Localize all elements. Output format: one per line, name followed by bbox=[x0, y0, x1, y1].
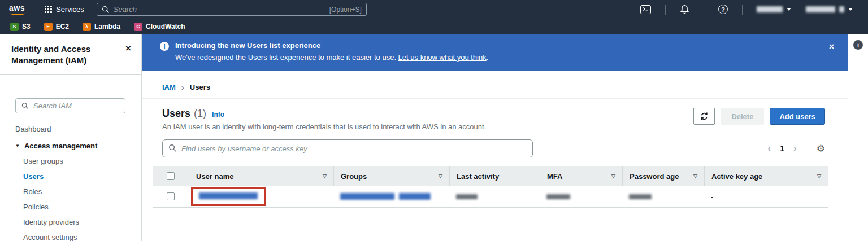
favorite-ec2[interactable]: E EC2 bbox=[44, 23, 69, 31]
cloudshell-button[interactable] bbox=[633, 3, 658, 16]
s3-service-icon: S bbox=[10, 23, 19, 31]
breadcrumb: IAM › Users bbox=[142, 71, 848, 99]
redacted-last-activity bbox=[456, 194, 478, 199]
user-filter bbox=[162, 139, 533, 157]
search-icon bbox=[102, 6, 110, 14]
banner-message-text: We've redesigned the Users list experien… bbox=[175, 53, 398, 62]
banner-title: Introducing the new Users list experienc… bbox=[175, 41, 488, 50]
search-shortcut-hint: [Option+S] bbox=[329, 6, 362, 14]
favorite-lambda[interactable]: λ Lambda bbox=[83, 23, 120, 31]
favorite-cloudwatch[interactable]: C CloudWatch bbox=[134, 23, 185, 31]
row-checkbox[interactable] bbox=[167, 192, 175, 200]
cloudwatch-service-icon: C bbox=[134, 23, 142, 31]
region-menu[interactable] bbox=[749, 6, 798, 12]
user-name-cell bbox=[189, 187, 333, 206]
aws-logo[interactable]: aws bbox=[8, 2, 27, 16]
banner-message: We've redesigned the Users list experien… bbox=[175, 53, 488, 62]
delete-button[interactable]: Delete bbox=[721, 108, 764, 125]
chevron-down-icon bbox=[848, 8, 853, 11]
search-icon bbox=[168, 144, 177, 152]
ec2-service-icon: E bbox=[44, 23, 53, 31]
refresh-icon bbox=[700, 112, 709, 121]
user-filter-input[interactable] bbox=[162, 139, 533, 157]
add-users-button[interactable]: Add users bbox=[770, 108, 825, 125]
favorite-label: Lambda bbox=[94, 23, 120, 30]
chevron-right-icon: › bbox=[181, 83, 184, 91]
refresh-button[interactable] bbox=[693, 108, 715, 125]
top-navigation-bar: aws Services [Option+S] bbox=[0, 0, 868, 19]
global-search-input[interactable] bbox=[114, 5, 326, 14]
select-all-checkbox-cell bbox=[153, 166, 189, 186]
redacted-groups bbox=[340, 193, 394, 200]
sidebar-item-policies[interactable]: Policies bbox=[23, 199, 130, 214]
column-label: Last activity bbox=[457, 172, 499, 181]
favorite-s3[interactable]: S S3 bbox=[10, 23, 31, 31]
row-checkbox-cell bbox=[153, 192, 189, 200]
divider bbox=[665, 5, 666, 15]
red-annotation-box bbox=[191, 187, 266, 206]
sidebar-close-icon[interactable]: × bbox=[125, 43, 131, 53]
column-label: MFA bbox=[547, 172, 562, 181]
column-header-password-age[interactable]: Password age ▽ bbox=[622, 166, 704, 186]
redacted-region-name bbox=[757, 6, 783, 12]
help-rail: i bbox=[848, 34, 868, 241]
user-name-link[interactable] bbox=[199, 192, 258, 201]
help-button[interactable]: ? bbox=[711, 3, 735, 16]
active-key-age-cell: - bbox=[704, 192, 828, 201]
column-header-active-key-age[interactable]: Active key age ▽ bbox=[704, 166, 828, 186]
feedback-link[interactable]: Let us know what you think bbox=[398, 53, 487, 62]
account-menu[interactable] bbox=[798, 6, 860, 12]
sidebar-search[interactable] bbox=[15, 98, 125, 113]
breadcrumb-iam-link[interactable]: IAM bbox=[162, 83, 176, 91]
favorites-bar: S S3 E EC2 λ Lambda C CloudWatch bbox=[0, 19, 868, 34]
banner-close-icon[interactable]: × bbox=[823, 41, 834, 64]
previous-page-button[interactable]: ‹ bbox=[763, 143, 776, 154]
info-banner: i Introducing the new Users list experie… bbox=[142, 34, 848, 71]
sidebar-item-account-settings[interactable]: Account settings bbox=[23, 230, 130, 241]
column-label: Password age bbox=[630, 172, 679, 181]
lambda-service-icon: λ bbox=[83, 23, 91, 31]
breadcrumb-current: Users bbox=[190, 83, 210, 91]
column-header-last-activity[interactable]: Last activity bbox=[449, 166, 540, 186]
column-header-mfa[interactable]: MFA ▽ bbox=[540, 166, 622, 186]
favorite-label: EC2 bbox=[56, 23, 69, 30]
global-search[interactable]: [Option+S] bbox=[97, 3, 367, 16]
sort-icon: ▽ bbox=[813, 173, 821, 179]
column-label: Active key age bbox=[711, 172, 762, 181]
sort-icon: ▽ bbox=[689, 173, 697, 179]
notifications-button[interactable] bbox=[672, 3, 697, 16]
sidebar-section-access-management[interactable]: ▼ Access management bbox=[15, 137, 130, 154]
users-table-header: User name ▽ Groups ▽ Last activity MFA ▽ bbox=[153, 166, 828, 186]
favorite-label: S3 bbox=[22, 23, 31, 30]
next-page-button[interactable]: › bbox=[789, 143, 801, 154]
panel-description: An IAM user is an identity with long-ter… bbox=[162, 122, 486, 131]
table-row: - bbox=[153, 186, 828, 208]
info-panel-icon[interactable]: i bbox=[853, 40, 863, 50]
groups-cell bbox=[333, 193, 449, 200]
preferences-gear-icon[interactable]: ⚙ bbox=[817, 144, 825, 154]
sort-icon: ▽ bbox=[434, 173, 442, 179]
divider bbox=[742, 5, 743, 15]
redacted-account-name bbox=[839, 6, 844, 12]
password-age-cell bbox=[622, 194, 704, 199]
sidebar-title: Identity and Access Management (IAM) bbox=[11, 43, 110, 65]
column-header-user-name[interactable]: User name ▽ bbox=[189, 166, 333, 186]
redacted-password-age bbox=[629, 194, 652, 199]
sidebar-search-input[interactable] bbox=[33, 102, 119, 110]
user-count: (1) bbox=[194, 108, 206, 120]
sidebar-item-identity-providers[interactable]: Identity providers bbox=[23, 214, 130, 230]
sidebar-item-roles[interactable]: Roles bbox=[23, 184, 130, 199]
sidebar-item-users[interactable]: Users bbox=[23, 169, 130, 184]
sidebar-item-dashboard[interactable]: Dashboard bbox=[15, 121, 130, 137]
panel-title: Users bbox=[162, 108, 190, 120]
terminal-icon bbox=[640, 5, 651, 14]
sidebar-item-user-groups[interactable]: User groups bbox=[23, 154, 130, 169]
info-icon: i bbox=[160, 42, 169, 51]
current-page-number[interactable]: 1 bbox=[778, 144, 787, 153]
column-header-groups[interactable]: Groups ▽ bbox=[333, 166, 449, 186]
info-link[interactable]: Info bbox=[212, 111, 224, 119]
redacted-groups bbox=[399, 193, 431, 200]
select-all-checkbox[interactable] bbox=[167, 172, 175, 180]
triangle-down-icon: ▼ bbox=[15, 143, 20, 148]
services-menu[interactable]: Services bbox=[41, 3, 88, 16]
